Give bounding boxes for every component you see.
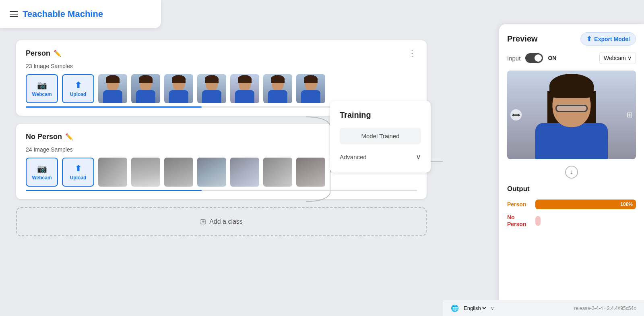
output-label-noperson2: Person (507, 221, 531, 228)
release-text: release-2-4-4 · 2.4.4#95c54c (574, 306, 636, 311)
output-label-person: Person (507, 201, 531, 208)
upload-label-person: Upload (70, 91, 87, 97)
scroll-indicator-noperson[interactable] (26, 190, 417, 191)
scroll-thumb-person (26, 106, 202, 108)
advanced-label: Advanced (340, 154, 367, 160)
thumb-1-person (98, 74, 127, 103)
sample-count-person: 23 Image Samples (26, 63, 417, 69)
add-class-label: Add a class (209, 218, 243, 225)
class-name-noperson: No Person (26, 133, 62, 141)
webcam-expand-icon[interactable]: ⊞ (627, 110, 633, 119)
training-panel: Training Model Trained Advanced ∨ (330, 101, 431, 173)
down-arrow-circle: ↓ (565, 166, 578, 179)
output-row-person: Person 100% (507, 200, 636, 209)
model-trained-button[interactable]: Model Trained (340, 128, 421, 144)
lang-chevron-icon: ∨ (491, 306, 494, 311)
thumb-5-noperson (230, 158, 259, 187)
upload-icon-noperson: ⬆ (75, 164, 82, 173)
down-arrow: ↓ (507, 166, 636, 179)
edit-icon-person[interactable]: ✏️ (54, 50, 62, 57)
thumb-7-noperson (296, 158, 325, 187)
output-label-noperson: No (507, 214, 531, 221)
wc-hair (549, 74, 594, 98)
output-title: Output (507, 185, 636, 193)
wc-body (535, 123, 608, 159)
webcam-flip-icon[interactable]: ⟺ (510, 109, 522, 121)
training-title: Training (340, 110, 421, 120)
language-select[interactable]: English (462, 305, 487, 312)
input-row: Input ON Webcam ∨ (507, 52, 636, 64)
thumb-7-person (296, 74, 325, 103)
footer: 🌐 English ∨ release-2-4-4 · 2.4.4#95c54c (443, 300, 644, 316)
globe-icon: 🌐 (451, 304, 459, 312)
upload-label-noperson: Upload (70, 175, 87, 181)
webcam-label-noperson: Webcam (32, 175, 52, 181)
webcam-button-person[interactable]: 📷 Webcam (26, 74, 58, 103)
edit-icon-noperson[interactable]: ✏️ (65, 133, 73, 141)
scroll-thumb-noperson (26, 190, 202, 191)
wc-glasses (555, 105, 588, 112)
thumb-5-person (230, 74, 259, 103)
thumb-2-person (131, 74, 160, 103)
output-bar-noperson (535, 216, 541, 226)
webcam-icon-person: 📷 (37, 80, 47, 90)
thumb-6-noperson (263, 158, 292, 187)
samples-row-person: 📷 Webcam ⬆ Upload (26, 74, 417, 103)
add-icon: ⊞ (200, 217, 206, 226)
input-label: Input (507, 55, 520, 62)
thumb-4-person (197, 74, 226, 103)
advanced-row[interactable]: Advanced ∨ (340, 151, 421, 163)
webcam-select-label: Webcam (604, 55, 626, 61)
output-label-noperson-wrap: No Person (507, 214, 531, 228)
preview-title: Preview (507, 34, 538, 44)
webcam-chevron-icon: ∨ (627, 55, 632, 61)
export-model-button[interactable]: ⬆ Export Model (580, 32, 636, 46)
upload-button-person[interactable]: ⬆ Upload (62, 74, 94, 103)
thumb-2-noperson (131, 158, 160, 187)
webcam-label-person: Webcam (32, 91, 52, 97)
upload-button-noperson[interactable]: ⬆ Upload (62, 158, 94, 187)
webcam-preview: ⟺ ⊞ (507, 71, 636, 159)
preview-panel: Preview ⬆ Export Model Input ON Webcam ∨… (499, 24, 644, 316)
webcam-button-noperson[interactable]: 📷 Webcam (26, 158, 58, 187)
preview-header: Preview ⬆ Export Model (507, 32, 636, 46)
webcam-icon-noperson: 📷 (37, 164, 47, 173)
thumb-3-noperson (164, 158, 193, 187)
webcam-select[interactable]: Webcam ∨ (599, 52, 636, 64)
upload-icon-person: ⬆ (75, 80, 82, 90)
output-bar-bg-noperson (535, 216, 636, 226)
thumb-4-noperson (197, 158, 226, 187)
class-title-row-person: Person ✏️ (26, 49, 62, 58)
thumb-3-person (164, 74, 193, 103)
class-title-row-noperson: No Person ✏️ (26, 133, 73, 141)
more-icon-person[interactable]: ⋮ (408, 48, 417, 58)
thumb-1-noperson (98, 158, 127, 187)
output-percent-person: 100% (620, 202, 633, 207)
chevron-down-icon: ∨ (416, 152, 421, 161)
output-row-noperson: No Person (507, 214, 636, 228)
class-name-person: Person (26, 49, 50, 58)
class-card-header-person: Person ✏️ ⋮ (26, 48, 417, 58)
output-bar-person: 100% (535, 200, 636, 209)
export-label: Export Model (594, 36, 630, 42)
input-toggle[interactable] (525, 53, 543, 63)
add-class-card[interactable]: ⊞ Add a class (16, 207, 427, 236)
on-label: ON (548, 55, 556, 61)
export-icon: ⬆ (586, 35, 592, 43)
output-bar-bg-person: 100% (535, 200, 636, 209)
output-section: Output Person 100% No Person (507, 185, 636, 308)
thumb-6-person (263, 74, 292, 103)
